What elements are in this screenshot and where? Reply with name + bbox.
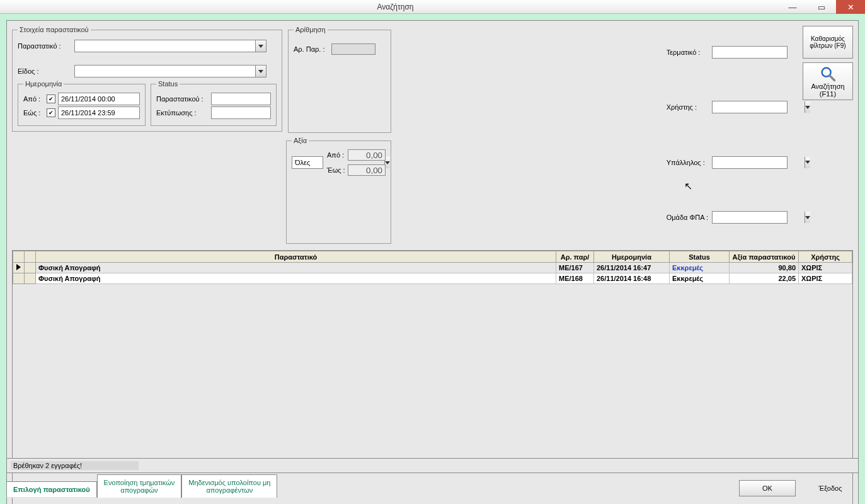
doc-details-group: Στοιχεία παραστατικού Παραστατικό : Είδο… [12,26,282,132]
app-icon [3,2,13,12]
ar-par-input[interactable] [331,43,375,55]
vat-group-combo[interactable] [712,211,788,224]
chevron-down-icon [255,40,266,52]
search-button[interactable]: Αναζήτηση (F11) [803,62,853,100]
cell-status: Εκκρεμές [672,264,703,272]
col-num[interactable]: Αρ. παρ/ [556,251,594,263]
col-user[interactable]: Χρήστης [799,251,852,263]
search-label-1: Αναζήτηση [811,83,844,90]
cell-date: 26/11/2014 16:48 [597,275,651,282]
date-legend: Ημερομηνία [23,80,64,88]
clear-filters-button[interactable]: Καθαρισμός φίλτρων (F9) [803,26,853,59]
num-legend: Αρίθμηση [294,26,328,33]
search-label-2: (F11) [820,90,836,98]
eidos-combo[interactable] [74,65,266,77]
eidos-label: Είδος : [18,67,74,75]
value-all-combo[interactable] [292,156,323,169]
value-legend: Αξία [292,137,309,144]
date-to-input[interactable] [58,106,140,119]
col-status[interactable]: Status [670,251,730,263]
cell-doc: Φυσική Απογραφή [38,264,101,272]
vat-group-label: Ομάδα ΦΠΑ : [667,214,708,221]
value-to-label: Έως : [327,166,346,174]
tab-zeroing[interactable]: Μηδενισμός υπολοίπου μη απογραφέντων [181,474,277,498]
terminal-combo[interactable] [712,46,788,59]
status-doc-combo[interactable] [211,93,271,105]
exit-button[interactable]: Έξοδος [802,480,859,496]
table-header-row: Παραστατικό Αρ. παρ/ Ημερομηνία Status Α… [13,251,852,263]
status-print-combo[interactable] [211,106,271,119]
minimize-button[interactable]: — [778,0,807,14]
ar-par-label: Αρ. Παρ. : [294,45,331,53]
date-group: Ημερομηνία Από : ✔ Εώς : ✔ [18,80,146,126]
tab-merge[interactable]: Ενοποίηση τμηματικών απογραφών [97,474,182,498]
window-title: Αναζήτηση [13,3,778,11]
cell-num: ΜΕ/167 [559,264,583,272]
tab-select-doc[interactable]: Επιλογή παραστατικού [6,481,97,498]
value-from-label: Από : [327,151,346,159]
cell-status: Εκκρεμές [672,275,703,282]
numbering-group: Αρίθμηση Αρ. Παρ. : [288,26,391,133]
col-date[interactable]: Ημερομηνία [594,251,670,263]
svg-line-1 [830,76,835,81]
cell-value: 22,05 [778,275,796,282]
value-group: Αξία Από : Έως : [286,137,391,244]
title-bar: Αναζήτηση — ▭ ✕ [0,0,865,14]
cell-user: ΧΩΡΙΣ [801,275,822,282]
table-row[interactable]: Φυσική Απογραφή ΜΕ/168 26/11/2014 16:48 … [13,273,852,284]
cell-doc: Φυσική Απογραφή [38,275,101,282]
date-from-label: Από : [23,95,45,103]
status-group: Status Παραστατικού : Εκτύπωσης : [151,80,277,126]
cell-num: ΜΕ/168 [559,275,583,282]
date-from-check[interactable]: ✔ [47,94,55,103]
right-filters: Τερματικό : Χρήστης : Υπάλληλος : Ομάδα … [667,26,794,244]
date-to-check[interactable]: ✔ [47,108,55,117]
status-message: Βρέθηκαν 2 εγγραφές! [11,461,139,470]
close-button[interactable]: ✕ [836,0,865,14]
status-bar: Βρέθηκαν 2 εγγραφές! [6,458,859,473]
user-combo[interactable] [712,101,788,113]
parastatiko-label: Παραστατικό : [18,42,74,50]
clear-label-2: φίλτρων (F9) [810,42,845,49]
cell-user: ΧΩΡΙΣ [801,264,822,272]
status-legend: Status [156,80,180,88]
value-to-input[interactable] [348,164,386,176]
value-from-input[interactable] [348,149,386,161]
cell-date: 26/11/2014 16:47 [597,264,651,272]
search-icon [819,65,837,83]
doc-legend: Στοιχεία παραστατικού [18,26,91,33]
status-print-label: Εκτύπωσης : [156,109,209,117]
status-doc-label: Παραστατικού : [156,95,209,103]
clear-label-1: Καθαρισμός [811,35,845,42]
date-from-input[interactable] [58,93,140,105]
chevron-down-icon [255,66,266,77]
col-doc[interactable]: Παραστατικό [36,251,556,263]
cell-value: 90,80 [778,264,796,272]
ok-button[interactable]: OK [739,480,796,496]
maximize-button[interactable]: ▭ [807,0,836,14]
col-value[interactable]: Αξία παραστατικού [730,251,799,263]
current-row-icon [16,264,21,270]
table-row[interactable]: Φυσική Απογραφή ΜΕ/167 26/11/2014 16:47 … [13,263,852,273]
row-indicator [13,263,25,273]
employee-combo[interactable] [712,156,788,169]
employee-label: Υπάλληλος : [667,159,708,166]
terminal-label: Τερματικό : [667,49,708,56]
user-label: Χρήστης : [667,103,708,111]
date-to-label: Εώς : [23,109,45,117]
parastatiko-combo[interactable] [74,40,266,52]
